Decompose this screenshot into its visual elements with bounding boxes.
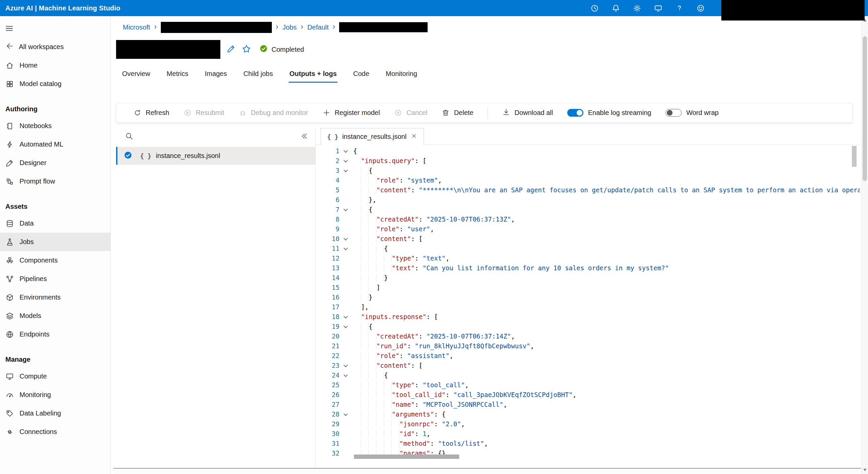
toggle-switch[interactable] xyxy=(567,109,583,117)
sidebar-item-jobs[interactable]: Jobs xyxy=(0,233,110,251)
tab-metrics[interactable]: Metrics xyxy=(166,68,189,82)
tab-monitoring[interactable]: Monitoring xyxy=(385,68,418,82)
code-text: "content": [ xyxy=(351,361,860,370)
code-text: { xyxy=(351,205,860,214)
breadcrumb-separator-icon: › xyxy=(333,23,335,31)
code-line: 28 "arguments": { xyxy=(321,409,860,419)
devices-icon[interactable] xyxy=(654,4,663,13)
toolbar-delete-button[interactable]: Delete xyxy=(441,109,473,117)
line-number: 6 xyxy=(321,195,339,205)
log-streaming-toggle[interactable]: Enable log streaming xyxy=(567,109,651,117)
sidebar-item-notebooks[interactable]: Notebooks xyxy=(0,117,110,135)
fold-chevron-icon[interactable] xyxy=(339,322,351,332)
edit-pencil-icon xyxy=(226,44,236,54)
fold-chevron-icon[interactable] xyxy=(339,146,351,156)
sidebar-item-endpoints[interactable]: Endpoints xyxy=(0,325,110,344)
sidebar-item-designer[interactable]: Designer xyxy=(0,154,110,172)
code-line: 12 "type": "text", xyxy=(321,253,860,263)
sidebar-item-compute[interactable]: Compute xyxy=(0,367,110,385)
breadcrumb: Microsoft››Jobs›Default› xyxy=(123,22,868,33)
fold-chevron-icon[interactable] xyxy=(339,156,351,166)
sidebar-item-label: Compute xyxy=(20,372,47,380)
breadcrumb-item-jobs[interactable]: Jobs xyxy=(282,24,297,31)
collapse-panel-icon[interactable] xyxy=(300,132,309,142)
feedback-icon[interactable] xyxy=(696,4,705,13)
edit-pencil-icon[interactable] xyxy=(226,44,236,55)
editor-vertical-scrollbar[interactable] xyxy=(852,146,857,167)
close-tab-icon[interactable] xyxy=(410,132,417,141)
tab-child-jobs[interactable]: Child jobs xyxy=(243,68,274,82)
scroll-down-arrow-icon[interactable] xyxy=(863,469,867,471)
fold-chevron-icon[interactable] xyxy=(339,361,351,370)
search-icon[interactable] xyxy=(125,132,133,142)
horizontal-scrollbar-area[interactable] xyxy=(113,468,861,474)
breadcrumb-item-default[interactable]: Default xyxy=(307,24,328,31)
toggle-switch[interactable] xyxy=(665,109,682,117)
fold-chevron-icon[interactable] xyxy=(339,205,351,214)
tab-overview[interactable]: Overview xyxy=(121,68,151,82)
close-tab-icon xyxy=(410,132,417,139)
sidebar-item-home[interactable]: Home xyxy=(0,56,110,75)
sidebar-item-model-catalog[interactable]: Model catalog xyxy=(0,75,110,93)
code-text: "arguments": { xyxy=(351,409,860,419)
favorite-star-icon[interactable] xyxy=(242,44,251,55)
sidebar-item-monitoring[interactable]: Monitoring xyxy=(0,385,110,404)
toolbar-divider xyxy=(488,107,488,118)
fold-chevron-icon[interactable] xyxy=(339,409,351,419)
tab-images[interactable]: Images xyxy=(204,68,228,82)
redacted-breadcrumb-item xyxy=(161,22,272,33)
fold-chevron-icon[interactable] xyxy=(339,234,351,244)
sidebar-item-pipelines[interactable]: Pipelines xyxy=(0,270,110,288)
code-text: { xyxy=(351,322,860,332)
gauge-icon xyxy=(5,391,14,399)
toolbar-button-label: Resubmit xyxy=(196,109,224,117)
sidebar-item-label: Model catalog xyxy=(20,80,62,88)
sidebar-item-models[interactable]: Models xyxy=(0,307,110,325)
code-text: "method": "tools/list", xyxy=(351,439,860,448)
notifications-icon[interactable] xyxy=(611,4,620,13)
editor-horizontal-scrollbar[interactable] xyxy=(354,454,459,459)
code-line: 17 ], xyxy=(321,302,860,312)
word-wrap-toggle[interactable]: Word wrap xyxy=(665,109,719,117)
tab-outputs-logs[interactable]: Outputs + logs xyxy=(289,68,337,83)
fold-chevron-icon[interactable] xyxy=(339,244,351,253)
editor-tab[interactable]: { } instance_results.jsonl xyxy=(321,128,424,145)
toolbar-register-model-button[interactable]: Register model xyxy=(322,109,380,117)
sidebar-item-environments[interactable]: Environments xyxy=(0,288,110,307)
sidebar-item-prompt-flow[interactable]: Prompt flow xyxy=(0,172,110,191)
sidebar-item-label: Jobs xyxy=(20,238,34,246)
page-scrollbar-thumb[interactable] xyxy=(863,36,867,181)
sidebar-item-automated-ml[interactable]: Automated ML xyxy=(0,135,110,154)
download-icon xyxy=(502,108,510,118)
settings-icon[interactable] xyxy=(632,4,642,13)
file-row[interactable]: { } instance_results.jsonl xyxy=(116,147,315,165)
sidebar-item-data-labeling[interactable]: Data Labeling xyxy=(0,404,110,422)
sidebar-item-components[interactable]: Components xyxy=(0,251,110,270)
debug-icon xyxy=(239,109,247,117)
menu-icon[interactable] xyxy=(0,20,110,36)
line-number: 9 xyxy=(321,224,339,234)
breadcrumb-item-microsoft[interactable]: Microsoft xyxy=(123,24,150,31)
fold-chevron-icon[interactable] xyxy=(339,166,351,175)
line-number: 17 xyxy=(321,302,339,312)
line-number: 28 xyxy=(321,409,339,419)
history-icon[interactable] xyxy=(590,4,599,13)
notebook-icon xyxy=(5,122,14,130)
fold-spacer xyxy=(339,332,351,341)
toolbar-refresh-button[interactable]: Refresh xyxy=(133,109,169,117)
fold-chevron-icon[interactable] xyxy=(339,312,351,322)
download-all-button[interactable]: Download all xyxy=(502,108,553,118)
main-content: Microsoft››Jobs›Default› Completed Overv… xyxy=(111,16,868,474)
code-editor[interactable]: 1{2 "inputs.query": [3 {4 "role": "syste… xyxy=(316,145,860,467)
back-arrow-icon xyxy=(5,42,14,52)
help-icon[interactable] xyxy=(675,4,684,13)
jobs-icon xyxy=(5,238,14,246)
code-line: 16 } xyxy=(321,293,860,302)
fold-spacer xyxy=(339,214,351,224)
sidebar-item-data[interactable]: Data xyxy=(0,214,110,233)
sidebar-item-connections[interactable]: Connections xyxy=(0,422,110,441)
all-workspaces-link[interactable]: All workspaces xyxy=(0,38,110,56)
cancel-icon xyxy=(394,109,402,117)
fold-chevron-icon[interactable] xyxy=(339,370,351,380)
tab-code[interactable]: Code xyxy=(352,68,370,82)
